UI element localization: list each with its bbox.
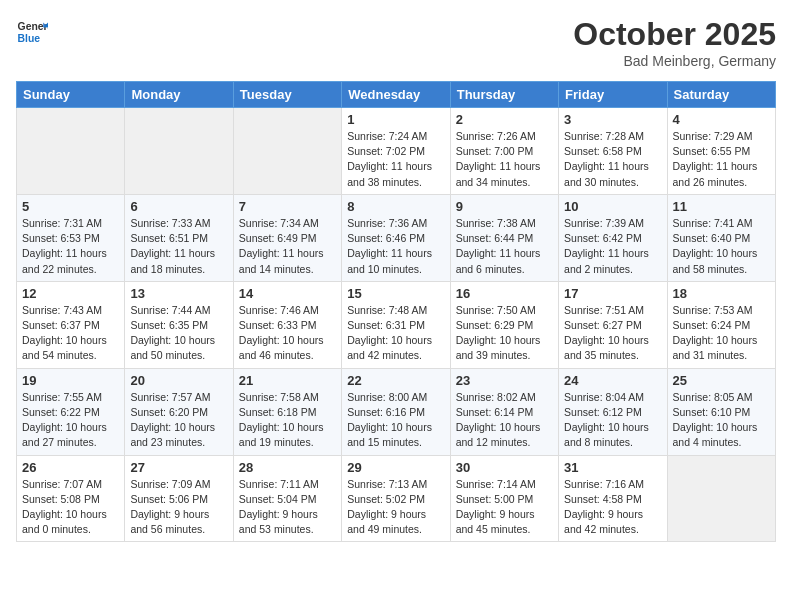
weekday-header-tuesday: Tuesday: [233, 82, 341, 108]
day-info: Sunrise: 8:05 AM Sunset: 6:10 PM Dayligh…: [673, 390, 770, 451]
day-info: Sunrise: 7:50 AM Sunset: 6:29 PM Dayligh…: [456, 303, 553, 364]
calendar-cell: 4Sunrise: 7:29 AM Sunset: 6:55 PM Daylig…: [667, 108, 775, 195]
weekday-header-friday: Friday: [559, 82, 667, 108]
day-info: Sunrise: 7:31 AM Sunset: 6:53 PM Dayligh…: [22, 216, 119, 277]
calendar-cell: 28Sunrise: 7:11 AM Sunset: 5:04 PM Dayli…: [233, 455, 341, 542]
day-number: 16: [456, 286, 553, 301]
page-header: General Blue October 2025 Bad Meinberg, …: [16, 16, 776, 69]
calendar-cell: 6Sunrise: 7:33 AM Sunset: 6:51 PM Daylig…: [125, 194, 233, 281]
day-info: Sunrise: 7:34 AM Sunset: 6:49 PM Dayligh…: [239, 216, 336, 277]
day-number: 28: [239, 460, 336, 475]
day-info: Sunrise: 7:44 AM Sunset: 6:35 PM Dayligh…: [130, 303, 227, 364]
day-info: Sunrise: 7:16 AM Sunset: 4:58 PM Dayligh…: [564, 477, 661, 538]
day-number: 3: [564, 112, 661, 127]
calendar-cell: [125, 108, 233, 195]
day-number: 22: [347, 373, 444, 388]
day-info: Sunrise: 7:33 AM Sunset: 6:51 PM Dayligh…: [130, 216, 227, 277]
day-number: 12: [22, 286, 119, 301]
calendar-cell: 7Sunrise: 7:34 AM Sunset: 6:49 PM Daylig…: [233, 194, 341, 281]
calendar-cell: 19Sunrise: 7:55 AM Sunset: 6:22 PM Dayli…: [17, 368, 125, 455]
calendar-cell: 14Sunrise: 7:46 AM Sunset: 6:33 PM Dayli…: [233, 281, 341, 368]
calendar-cell: 3Sunrise: 7:28 AM Sunset: 6:58 PM Daylig…: [559, 108, 667, 195]
day-info: Sunrise: 7:14 AM Sunset: 5:00 PM Dayligh…: [456, 477, 553, 538]
calendar-cell: 10Sunrise: 7:39 AM Sunset: 6:42 PM Dayli…: [559, 194, 667, 281]
day-number: 5: [22, 199, 119, 214]
calendar-week-row: 5Sunrise: 7:31 AM Sunset: 6:53 PM Daylig…: [17, 194, 776, 281]
calendar-cell: [233, 108, 341, 195]
calendar-week-row: 26Sunrise: 7:07 AM Sunset: 5:08 PM Dayli…: [17, 455, 776, 542]
day-info: Sunrise: 7:24 AM Sunset: 7:02 PM Dayligh…: [347, 129, 444, 190]
day-number: 24: [564, 373, 661, 388]
calendar-cell: [667, 455, 775, 542]
day-number: 20: [130, 373, 227, 388]
calendar-cell: 2Sunrise: 7:26 AM Sunset: 7:00 PM Daylig…: [450, 108, 558, 195]
day-info: Sunrise: 7:09 AM Sunset: 5:06 PM Dayligh…: [130, 477, 227, 538]
calendar-cell: 29Sunrise: 7:13 AM Sunset: 5:02 PM Dayli…: [342, 455, 450, 542]
day-number: 25: [673, 373, 770, 388]
calendar-cell: 8Sunrise: 7:36 AM Sunset: 6:46 PM Daylig…: [342, 194, 450, 281]
calendar-cell: 31Sunrise: 7:16 AM Sunset: 4:58 PM Dayli…: [559, 455, 667, 542]
calendar-week-row: 1Sunrise: 7:24 AM Sunset: 7:02 PM Daylig…: [17, 108, 776, 195]
day-info: Sunrise: 7:41 AM Sunset: 6:40 PM Dayligh…: [673, 216, 770, 277]
day-number: 13: [130, 286, 227, 301]
logo: General Blue: [16, 16, 48, 48]
day-info: Sunrise: 7:51 AM Sunset: 6:27 PM Dayligh…: [564, 303, 661, 364]
day-number: 11: [673, 199, 770, 214]
day-info: Sunrise: 7:36 AM Sunset: 6:46 PM Dayligh…: [347, 216, 444, 277]
day-info: Sunrise: 7:07 AM Sunset: 5:08 PM Dayligh…: [22, 477, 119, 538]
day-number: 14: [239, 286, 336, 301]
calendar-week-row: 19Sunrise: 7:55 AM Sunset: 6:22 PM Dayli…: [17, 368, 776, 455]
weekday-header-sunday: Sunday: [17, 82, 125, 108]
calendar-cell: 21Sunrise: 7:58 AM Sunset: 6:18 PM Dayli…: [233, 368, 341, 455]
calendar-cell: 22Sunrise: 8:00 AM Sunset: 6:16 PM Dayli…: [342, 368, 450, 455]
day-info: Sunrise: 7:11 AM Sunset: 5:04 PM Dayligh…: [239, 477, 336, 538]
day-number: 10: [564, 199, 661, 214]
day-info: Sunrise: 8:04 AM Sunset: 6:12 PM Dayligh…: [564, 390, 661, 451]
day-info: Sunrise: 7:48 AM Sunset: 6:31 PM Dayligh…: [347, 303, 444, 364]
day-number: 7: [239, 199, 336, 214]
calendar-cell: 15Sunrise: 7:48 AM Sunset: 6:31 PM Dayli…: [342, 281, 450, 368]
day-number: 4: [673, 112, 770, 127]
calendar-cell: 17Sunrise: 7:51 AM Sunset: 6:27 PM Dayli…: [559, 281, 667, 368]
day-number: 1: [347, 112, 444, 127]
day-number: 2: [456, 112, 553, 127]
day-number: 15: [347, 286, 444, 301]
calendar-cell: 5Sunrise: 7:31 AM Sunset: 6:53 PM Daylig…: [17, 194, 125, 281]
day-number: 17: [564, 286, 661, 301]
calendar-cell: [17, 108, 125, 195]
day-info: Sunrise: 7:53 AM Sunset: 6:24 PM Dayligh…: [673, 303, 770, 364]
calendar-cell: 11Sunrise: 7:41 AM Sunset: 6:40 PM Dayli…: [667, 194, 775, 281]
day-number: 31: [564, 460, 661, 475]
day-info: Sunrise: 7:13 AM Sunset: 5:02 PM Dayligh…: [347, 477, 444, 538]
calendar-cell: 27Sunrise: 7:09 AM Sunset: 5:06 PM Dayli…: [125, 455, 233, 542]
calendar-cell: 23Sunrise: 8:02 AM Sunset: 6:14 PM Dayli…: [450, 368, 558, 455]
calendar-cell: 1Sunrise: 7:24 AM Sunset: 7:02 PM Daylig…: [342, 108, 450, 195]
weekday-header-thursday: Thursday: [450, 82, 558, 108]
day-info: Sunrise: 8:02 AM Sunset: 6:14 PM Dayligh…: [456, 390, 553, 451]
weekday-header-saturday: Saturday: [667, 82, 775, 108]
calendar-week-row: 12Sunrise: 7:43 AM Sunset: 6:37 PM Dayli…: [17, 281, 776, 368]
day-number: 29: [347, 460, 444, 475]
calendar-cell: 25Sunrise: 8:05 AM Sunset: 6:10 PM Dayli…: [667, 368, 775, 455]
day-number: 8: [347, 199, 444, 214]
calendar-table: SundayMondayTuesdayWednesdayThursdayFrid…: [16, 81, 776, 542]
calendar-cell: 9Sunrise: 7:38 AM Sunset: 6:44 PM Daylig…: [450, 194, 558, 281]
calendar-cell: 18Sunrise: 7:53 AM Sunset: 6:24 PM Dayli…: [667, 281, 775, 368]
day-info: Sunrise: 7:55 AM Sunset: 6:22 PM Dayligh…: [22, 390, 119, 451]
day-info: Sunrise: 7:26 AM Sunset: 7:00 PM Dayligh…: [456, 129, 553, 190]
day-number: 23: [456, 373, 553, 388]
day-info: Sunrise: 7:38 AM Sunset: 6:44 PM Dayligh…: [456, 216, 553, 277]
day-info: Sunrise: 8:00 AM Sunset: 6:16 PM Dayligh…: [347, 390, 444, 451]
day-info: Sunrise: 7:43 AM Sunset: 6:37 PM Dayligh…: [22, 303, 119, 364]
calendar-cell: 13Sunrise: 7:44 AM Sunset: 6:35 PM Dayli…: [125, 281, 233, 368]
svg-text:Blue: Blue: [18, 33, 41, 44]
day-info: Sunrise: 7:46 AM Sunset: 6:33 PM Dayligh…: [239, 303, 336, 364]
calendar-cell: 24Sunrise: 8:04 AM Sunset: 6:12 PM Dayli…: [559, 368, 667, 455]
weekday-header-row: SundayMondayTuesdayWednesdayThursdayFrid…: [17, 82, 776, 108]
day-number: 30: [456, 460, 553, 475]
day-number: 6: [130, 199, 227, 214]
day-info: Sunrise: 7:28 AM Sunset: 6:58 PM Dayligh…: [564, 129, 661, 190]
day-info: Sunrise: 7:39 AM Sunset: 6:42 PM Dayligh…: [564, 216, 661, 277]
calendar-cell: 12Sunrise: 7:43 AM Sunset: 6:37 PM Dayli…: [17, 281, 125, 368]
day-number: 18: [673, 286, 770, 301]
